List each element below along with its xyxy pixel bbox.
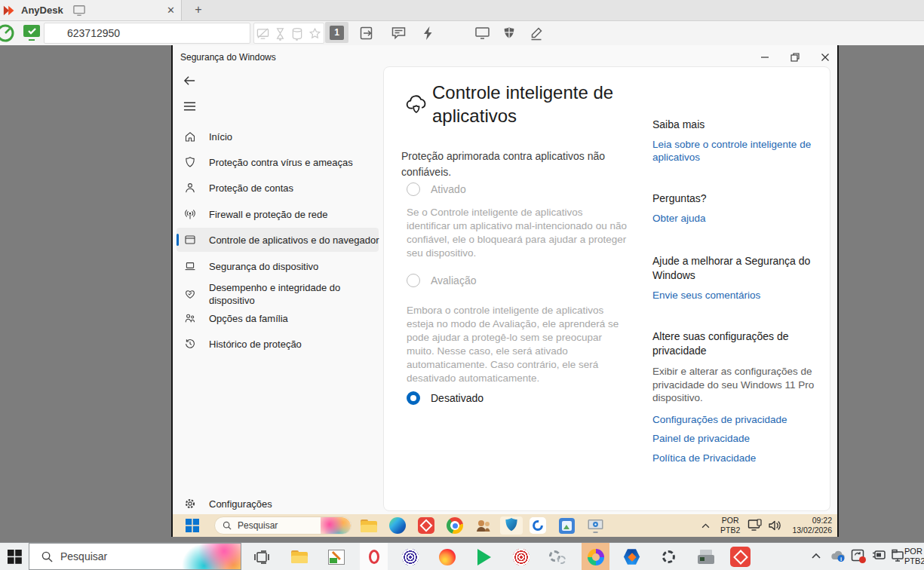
contacts-icon[interactable] [474,516,493,535]
anydesk-toolbar: 623712950 1 [0,21,924,46]
link-politica-privacidade[interactable]: Política de Privacidade [652,452,832,465]
shield-icon [184,156,196,168]
language-indicator[interactable]: PORPTB2 [904,547,924,566]
monitor-connected-check-icon[interactable] [23,24,41,41]
screen: AnyDesk ✕ + 623712950 1 [0,0,924,570]
file-explorer-icon[interactable] [360,516,378,535]
anydesk-icon[interactable] [730,547,751,567]
option-description: Se o Controle inteligente de aplicativos… [407,206,628,260]
cloud-onedrive-icon[interactable]: i [830,549,846,562]
sidebar-item-virus[interactable]: Proteção contra vírus e ameaças [177,150,379,174]
sidebar-item-inicio[interactable]: Início [177,124,379,149]
tray-chevron-icon[interactable] [812,553,821,559]
laptop-icon [184,260,196,272]
search-icon [223,521,232,530]
sidebar-item-contas[interactable]: Proteção de contas [177,176,379,200]
local-taskbar: Pesquisar i [0,542,924,570]
link-obter-ajuda[interactable]: Obter ajuda [652,213,832,225]
gears-app-icon[interactable] [548,547,568,567]
page-title: Controle inteligente de aplicativos [432,81,627,127]
radio-option-avaliacao[interactable]: Avaliação [407,274,476,287]
restore-button[interactable] [788,51,802,63]
anydesk-tab[interactable]: AnyDesk ✕ [0,0,182,20]
start-button[interactable] [5,547,25,567]
search-input[interactable]: Pesquisar [29,543,241,570]
task-view-icon[interactable] [251,547,272,567]
aside-saiba-mais: Saiba mais Leia sobre o controle intelig… [652,118,832,164]
firefox-icon[interactable] [437,547,457,567]
anydesk-logo-icon [3,4,17,17]
sync-ring-icon[interactable] [529,516,547,535]
page-subtitle: Proteção aprimorada contra aplicativos n… [401,149,628,180]
hourglass-icon [275,27,286,40]
anydesk-tray-icon[interactable] [746,516,764,535]
smart-app-control-icon [404,91,430,117]
windows-security-window: Segurança do Windows Início Proteção con… [173,45,837,514]
colorful-active-app-icon[interactable] [582,543,609,570]
active-indicator [177,234,179,246]
spiral-red-app-icon[interactable] [511,547,531,567]
sync-alert-icon[interactable] [851,549,867,564]
sidebar-item-historico[interactable]: Histórico de proteção [177,332,379,356]
anydesk-icon[interactable] [417,516,435,535]
link-painel-privacidade[interactable]: Painel de privacidade [652,433,832,446]
monitor-select-button[interactable]: 1 [325,22,348,43]
gear-icon [184,498,196,510]
link-envie-comentarios[interactable]: Envie seus comentários [652,290,822,302]
sidebar-item-configuracoes[interactable]: Configurações [177,492,379,516]
sidebar-item-familia[interactable]: Opções da família [177,306,379,330]
sidebar-item-firewall[interactable]: Firewall e proteção de rede [177,202,379,226]
network-monitor-icon[interactable] [890,549,905,563]
gear-app-icon[interactable] [658,547,679,567]
monitor-icon [72,5,86,17]
sidebar-item-controle-aplicativos[interactable]: Controle de aplicativos e do navegador [177,228,379,252]
photos-app-icon[interactable] [557,516,576,535]
chat-icon[interactable] [390,25,407,41]
whiteboard-icon[interactable] [528,25,545,41]
tab-title: AnyDesk [21,5,63,16]
storage-icon [291,27,303,40]
edge-icon[interactable] [388,516,407,535]
anydesk-tab-bar: AnyDesk ✕ + [0,0,924,21]
start-button[interactable] [183,516,201,535]
windows-security-icon[interactable] [500,516,523,535]
menu-icon[interactable] [183,101,196,112]
device-health-icon [184,288,196,300]
radio-option-desativado[interactable]: Desativado [407,391,483,405]
minimize-button[interactable] [758,51,772,63]
clock[interactable]: 09:2213/02/2026 [781,516,832,535]
back-button[interactable] [183,75,196,87]
file-transfer-icon[interactable] [358,25,375,41]
printer-3d-app-icon[interactable] [695,547,716,567]
permissions-shield-icon[interactable] [501,25,517,41]
svg-text:i: i [840,556,842,562]
search-input[interactable]: Pesquisar [214,516,351,535]
display-icon[interactable] [474,25,490,41]
link-configuracoes-privacidade[interactable]: Configurações de privacidade [652,414,832,427]
session-id-field[interactable]: 623712950 [44,23,250,44]
home-icon [184,130,196,142]
power-plug-icon[interactable] [871,549,888,561]
app-window-icon [184,234,196,246]
player-green-app-icon[interactable] [474,547,494,567]
link-leia-sobre[interactable]: Leia sobre o controle inteligente de apl… [652,139,832,164]
close-button[interactable] [818,51,832,63]
file-explorer-icon[interactable] [289,547,309,567]
new-tab-button[interactable]: + [190,2,207,18]
session-id: 623712950 [67,27,120,39]
image-editor-icon[interactable] [326,547,346,567]
content-card: Controle inteligente de aplicativos Prot… [383,66,830,511]
chrome-icon[interactable] [446,516,464,535]
close-tab-icon[interactable]: ✕ [167,5,175,16]
remote-monitor-icon[interactable] [586,516,604,535]
spiral-purple-app-icon[interactable] [400,547,420,567]
language-indicator[interactable]: PORPTB2 [720,516,740,535]
tray-chevron-icon[interactable] [696,516,714,535]
keyboard-icon[interactable] [447,25,463,41]
actions-icon[interactable] [419,25,436,41]
aside-privacidade: Altere suas configurações de privacidade… [652,329,832,464]
sidebar-item-dispositivo[interactable]: Segurança do dispositivo [177,254,379,278]
hexagon-app-icon[interactable] [622,547,642,567]
radio-option-ativado[interactable]: Ativado [407,182,466,196]
opera-icon[interactable] [360,543,388,570]
